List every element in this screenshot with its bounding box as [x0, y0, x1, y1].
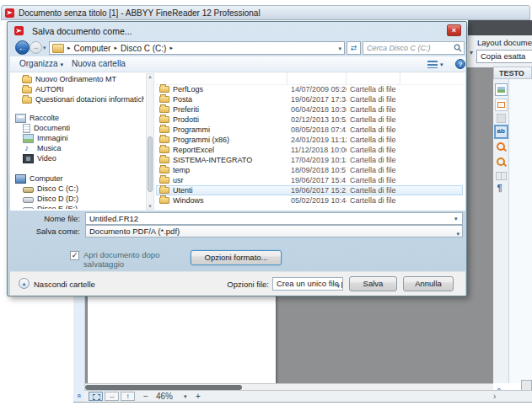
- scroll-up-icon[interactable]: ▲: [147, 74, 153, 79]
- forward-button[interactable]: →: [30, 41, 42, 54]
- breadcrumb-item[interactable]: ▸ Computer: [64, 44, 110, 53]
- zoom-dropdown-icon[interactable]: ▾: [184, 391, 187, 402]
- views-caret-icon[interactable]: ▾: [440, 61, 443, 68]
- file-row[interactable]: SISTEMA-INTEGRATO 17/04/2019 10:13 Carte…: [156, 155, 463, 165]
- file-name-dropdown-icon[interactable]: ▾: [454, 216, 458, 222]
- hide-folders-button[interactable]: Nascondi cartelle: [34, 280, 95, 289]
- save-dialog: Salva documento come... × ← → ▾ ▸ Comput…: [7, 21, 467, 296]
- screen: Documento senza titolo [1] - ABBYY FineR…: [0, 0, 532, 411]
- command-bar: Organizza▾ Nuova cartella ▾ ?: [10, 56, 465, 72]
- zoom-level-value[interactable]: 46%: [156, 391, 173, 402]
- fit-page-button[interactable]: [89, 392, 103, 401]
- breadcrumb-item[interactable]: ▸ Disco C (C:): [110, 44, 166, 53]
- fit-height-button[interactable]: ↕: [121, 392, 135, 401]
- open-after-save-label: Apri documento dopo salvataggio: [83, 250, 183, 269]
- folder-icon: [159, 197, 169, 204]
- file-row[interactable]: Posta 19/06/2017 17:34 Cartella di file: [156, 94, 463, 104]
- cancel-button[interactable]: Annulla: [403, 276, 454, 291]
- tree-item[interactable]: Disco C (C:): [13, 184, 144, 194]
- file-row[interactable]: usr 19/06/2017 15:41 Cartella di file: [156, 175, 463, 185]
- save-button[interactable]: Salva: [349, 276, 397, 291]
- help-icon[interactable]: ?: [455, 59, 465, 69]
- file-row[interactable]: ReportExcel 11/12/2018 10:06 Cartella di…: [156, 145, 463, 155]
- new-folder-button[interactable]: Nuova cartella: [72, 59, 126, 68]
- close-button[interactable]: ×: [447, 24, 461, 36]
- abbyy-app-icon: [5, 8, 14, 18]
- file-row[interactable]: PerfLogs 14/07/2009 05:20 Cartella di fi…: [156, 84, 463, 94]
- zoom-in-button[interactable]: +: [196, 391, 201, 402]
- file-options-dropdown[interactable]: Crea un unico file per tu ▾: [272, 277, 343, 291]
- folder-icon: [159, 147, 169, 153]
- file-row[interactable]: Utenti 19/06/2017 15:21 Cartella di file: [156, 185, 463, 195]
- tree-item[interactable]: Disco E (E:): [13, 204, 144, 209]
- text-pane-toolbar: [493, 79, 509, 383]
- column-header[interactable]: [400, 72, 463, 84]
- format-options-button[interactable]: Opzioni formato...: [191, 250, 282, 265]
- tree-item[interactable]: Computer: [13, 173, 144, 184]
- refresh-button[interactable]: ⇄: [347, 41, 361, 55]
- folder-icon: [159, 106, 169, 113]
- address-dropdown-icon[interactable]: ▾: [338, 45, 341, 52]
- column-header[interactable]: [347, 72, 400, 84]
- tree-item[interactable]: Nuovo Ordinamento MT: [13, 74, 144, 84]
- tree-item-icon: [23, 124, 30, 133]
- location-icon: [52, 44, 64, 53]
- tree-item[interactable]: Raccolte: [13, 113, 144, 123]
- column-header[interactable]: [156, 72, 287, 84]
- text-tool-icon[interactable]: [495, 183, 508, 195]
- fit-width-button[interactable]: ↔: [105, 392, 119, 401]
- views-icon[interactable]: [427, 61, 438, 68]
- tree-item-icon: [23, 154, 34, 163]
- text-tool-icon[interactable]: [495, 99, 508, 111]
- folder-icon: [159, 116, 169, 123]
- history-dropdown-icon[interactable]: ▾: [43, 45, 46, 51]
- layout-documento-label: Layout documento: [477, 38, 532, 47]
- save-type-caret-icon: ▾: [456, 228, 459, 238]
- save-type-dropdown[interactable]: Documento PDF/A (*.pdf) ▾: [85, 225, 463, 238]
- scroll-right-icon[interactable]: ›: [493, 391, 496, 402]
- tree-item[interactable]: Musica: [13, 143, 144, 153]
- tree-item[interactable]: Video: [13, 153, 144, 163]
- toolbar-overflow-icon[interactable]: ▾: [470, 49, 473, 56]
- layout-mode-dropdown[interactable]: Copia esatta: [476, 50, 532, 63]
- main-toolbar-strip: [468, 20, 532, 35]
- tree-scrollbar-thumb[interactable]: [148, 136, 153, 192]
- file-row[interactable]: temp 18/09/2018 10:57 Cartella di file: [156, 165, 463, 175]
- file-row[interactable]: Programmi (x86) 24/01/2019 11:12 Cartell…: [156, 135, 463, 145]
- text-tool-icon[interactable]: [496, 172, 507, 180]
- file-name-input[interactable]: [85, 212, 463, 225]
- tree-item-icon: [23, 197, 34, 203]
- tree-scrollbar[interactable]: ▲ ▼: [146, 73, 154, 210]
- zoom-out-button[interactable]: −: [143, 391, 148, 402]
- tree-item[interactable]: Documenti: [13, 123, 144, 133]
- text-tool-icon[interactable]: [495, 125, 508, 138]
- tree-item[interactable]: Immagini: [13, 133, 144, 143]
- text-tool-icon[interactable]: [495, 156, 508, 168]
- back-button[interactable]: ←: [15, 40, 30, 55]
- breadcrumb-separator-icon: ▸: [114, 45, 117, 51]
- file-row[interactable]: Windows 05/02/2019 10:44 Cartella di fil…: [156, 195, 463, 206]
- file-row[interactable]: Prodotti 02/12/2013 10:52 Cartella di fi…: [156, 115, 463, 125]
- tree-item-icon: [22, 87, 32, 93]
- file-row[interactable]: Preferiti 06/04/2018 10:36 Cartella di f…: [156, 104, 463, 115]
- text-tool-icon[interactable]: [495, 141, 508, 153]
- open-after-save-checkbox[interactable]: ✓: [70, 251, 79, 260]
- dialog-titlebar[interactable]: Salva documento come...: [8, 22, 466, 40]
- file-row[interactable]: Programmi 08/05/2018 07:41 Cartella di f…: [156, 125, 463, 135]
- column-header[interactable]: [287, 72, 347, 84]
- text-tool-icon[interactable]: [495, 83, 508, 96]
- organize-menu[interactable]: Organizza▾: [19, 59, 63, 68]
- organize-caret-icon: ▾: [61, 61, 64, 67]
- text-pane-header: TESTO: [493, 67, 532, 79]
- search-input[interactable]: [363, 41, 465, 55]
- hide-folders-icon[interactable]: ▴: [19, 278, 30, 289]
- tree-item[interactable]: AUTORI: [13, 84, 144, 94]
- text-tool-icon[interactable]: [497, 114, 506, 123]
- tree-item[interactable]: Disco D (D:): [13, 194, 144, 204]
- app-titlebar: Documento senza titolo [1] - ABBYY FineR…: [1, 5, 530, 20]
- breadcrumb[interactable]: ▸ Computer ▸ Disco C (C:) ▸ ▾: [49, 41, 345, 55]
- scroll-down-icon[interactable]: ▼: [147, 204, 153, 209]
- tree-item[interactable]: Questionari dotazioni informatiche: [13, 94, 144, 104]
- collapse-chevron-icon[interactable]: «: [75, 392, 83, 401]
- tree-item-icon: [23, 187, 34, 193]
